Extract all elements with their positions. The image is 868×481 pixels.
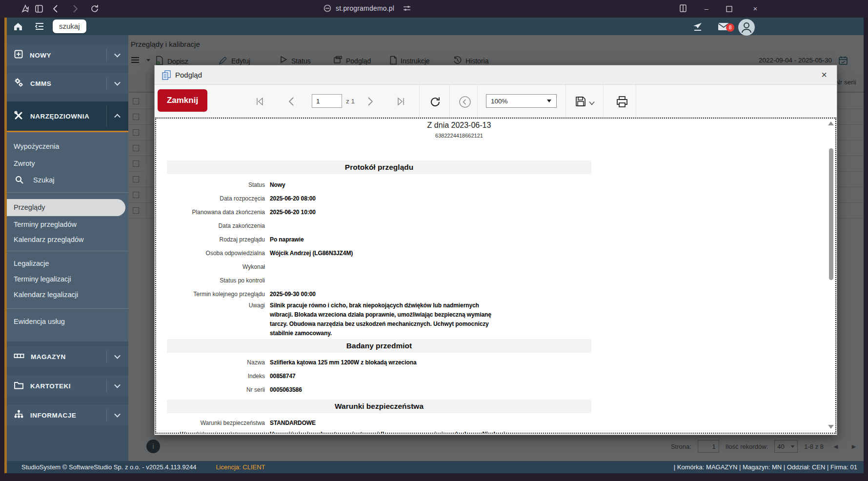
save-options-chevron-icon[interactable] bbox=[589, 99, 602, 111]
sidebar-item-szukaj[interactable]: Szukaj bbox=[7, 173, 128, 187]
sidebar-group-narzedziownia[interactable]: NARZĘDZIOWNIA bbox=[7, 101, 128, 132]
field-row: Warunki bezpieczeństwaSTANDARDOWE bbox=[156, 416, 835, 430]
scroll-up-icon[interactable] bbox=[828, 121, 834, 125]
close-window-button[interactable]: × bbox=[750, 4, 760, 14]
preview-document-icon bbox=[161, 70, 172, 82]
maximize-button[interactable] bbox=[724, 4, 734, 14]
field-row: Warunki bezpieczeństwa - uwagiUpewnić si… bbox=[156, 430, 835, 434]
sidebar: NOWY CMMS NARZĘDZIOWNIA Wypożyczenia Zwr… bbox=[7, 35, 128, 461]
zamknij-button[interactable]: Zamknij bbox=[158, 89, 207, 112]
sidebar-item-terminy-legalizacji[interactable]: Terminy legalizacji bbox=[7, 272, 128, 286]
product-version-text: StudioSystem © SoftwareStudio Sp. z o.o.… bbox=[21, 463, 196, 471]
previous-page-icon[interactable] bbox=[285, 95, 298, 108]
section-fields: NazwaSzlifierka kątowa 125 mm 1200W z bl… bbox=[156, 356, 835, 397]
print-icon[interactable] bbox=[615, 95, 628, 108]
url-text[interactable]: st.programdemo.pl bbox=[336, 4, 394, 12]
field-row: StatusNowy bbox=[156, 178, 835, 192]
folder-icon bbox=[14, 381, 24, 392]
scroll-down-icon[interactable] bbox=[828, 425, 834, 429]
search-tooltip: szukaj bbox=[53, 20, 86, 33]
field-row: Osoba odpowiedzialnaWójcik Andrzej (LG86… bbox=[156, 246, 835, 260]
sidebar-panel-icon[interactable] bbox=[678, 4, 688, 14]
user-avatar[interactable] bbox=[738, 19, 755, 36]
context-text: | Komórka: MAGAZYN | Magazyn: MN | Oddzi… bbox=[674, 463, 857, 471]
next-page-icon[interactable] bbox=[363, 95, 376, 108]
document-scrollbar-thumb[interactable] bbox=[829, 148, 833, 280]
field-row: Wykonał bbox=[156, 260, 835, 274]
back-circle-icon[interactable] bbox=[458, 95, 471, 108]
tracking-controls-icon[interactable] bbox=[403, 4, 412, 14]
sidebar-group-nowy[interactable]: NOWY bbox=[7, 45, 128, 65]
browser-logo-icon bbox=[20, 4, 30, 14]
field-row: Planowana data zkończenia2025-06-20 10:0… bbox=[156, 205, 835, 219]
home-icon[interactable] bbox=[13, 21, 23, 32]
sidebar-item-wypozyczenia[interactable]: Wypożyczenia bbox=[7, 140, 128, 153]
close-icon[interactable]: × bbox=[818, 69, 830, 80]
gears-icon bbox=[14, 78, 24, 90]
back-icon[interactable] bbox=[51, 4, 61, 14]
section-title: Badany przedmiot bbox=[167, 339, 591, 353]
tools-icon bbox=[14, 110, 24, 122]
chevron-up-icon bbox=[114, 114, 121, 120]
sidebar-item-przeglady[interactable]: Przeglądy bbox=[7, 199, 125, 216]
refresh-icon[interactable] bbox=[429, 95, 442, 108]
chevron-down-icon bbox=[546, 99, 552, 103]
warehouse-rack-icon bbox=[14, 351, 24, 362]
sidebar-item-kalendarz-legalizacji[interactable]: Kalendarz legalizacji bbox=[7, 288, 128, 301]
send-icon[interactable] bbox=[692, 21, 703, 32]
minimize-button[interactable]: – bbox=[702, 4, 711, 14]
browser-titlebar: st.programdemo.pl – × bbox=[0, 0, 868, 18]
sidebar-group-informacje[interactable]: INFORMACJE bbox=[7, 405, 128, 425]
plus-square-icon bbox=[14, 49, 23, 61]
chevron-down-icon bbox=[114, 51, 121, 58]
collapse-menu-icon[interactable] bbox=[34, 21, 45, 32]
chevron-down-icon bbox=[114, 382, 121, 388]
mail-badge: 8 bbox=[726, 23, 734, 32]
field-row: Nr serii0005063586 bbox=[156, 383, 835, 397]
field-row: Status po kontroli bbox=[156, 274, 835, 287]
site-info-icon[interactable] bbox=[323, 4, 333, 14]
sidebar-item-terminy-przegladow[interactable]: Terminy przegladów bbox=[7, 218, 128, 231]
field-row: UwagiSilnik pracuje równo i cicho, brak … bbox=[156, 301, 835, 338]
sidebar-item-kalendarz-przegladow[interactable]: Kalendarz przeglądów bbox=[7, 233, 128, 246]
modal-title: Podgląd bbox=[175, 71, 202, 79]
chevron-down-icon bbox=[114, 80, 121, 86]
field-row: Data rozpoczęcia2025-06-20 08:00 bbox=[156, 192, 835, 205]
narzedziownia-submenu: Wypożyczenia Zwroty Szukaj Przeglądy Ter… bbox=[7, 132, 128, 341]
sidebar-group-cmms[interactable]: CMMS bbox=[7, 73, 128, 94]
sidebar-group-kartoteki[interactable]: KARTOTEKI bbox=[7, 376, 128, 396]
forward-icon[interactable] bbox=[70, 4, 80, 14]
save-icon[interactable] bbox=[574, 95, 587, 108]
modal-page-input[interactable] bbox=[312, 94, 342, 108]
zoom-select[interactable]: 100% bbox=[486, 94, 557, 108]
sidebar-item-ewidencja-uslug[interactable]: Ewidencja usług bbox=[7, 315, 128, 328]
modal-toolbar: Zamknij z 1 bbox=[155, 85, 837, 118]
chevron-down-icon bbox=[114, 411, 121, 418]
first-page-icon[interactable] bbox=[253, 95, 266, 108]
sidebar-item-zwroty[interactable]: Zwroty bbox=[7, 157, 128, 170]
search-icon bbox=[15, 175, 24, 189]
sitemap-icon bbox=[14, 409, 24, 421]
app-window: st.programdemo.pl – × szukaj 8 bbox=[0, 0, 868, 481]
chevron-down-icon bbox=[114, 353, 121, 359]
document-date-line: Z dnia 2023-06-13 bbox=[156, 121, 762, 133]
page-total-text: z 1 bbox=[346, 98, 355, 105]
sidebar-item-legalizacje[interactable]: Legalizacje bbox=[7, 257, 128, 270]
license-text: Licencja: CLIENT bbox=[216, 463, 265, 471]
reload-icon[interactable] bbox=[90, 4, 100, 14]
tab-panel-icon[interactable] bbox=[34, 4, 44, 14]
status-bar: StudioSystem © SoftwareStudio Sp. z o.o.… bbox=[7, 461, 864, 473]
field-row: Rodzaj przegląduPo naprawie bbox=[156, 233, 835, 246]
field-row: Data zakończenia bbox=[156, 219, 835, 233]
app-header: szukaj 8 bbox=[7, 18, 864, 35]
section-fields: Warunki bezpieczeństwaSTANDARDOWE Warunk… bbox=[156, 416, 835, 434]
sidebar-group-magazyn[interactable]: MAGAZYN bbox=[7, 346, 128, 367]
section-title: Protokół przeglądu bbox=[167, 160, 591, 174]
section-title: Warunki bezpieczeństwa bbox=[167, 400, 591, 413]
field-row: NazwaSzlifierka kątowa 125 mm 1200W z bl… bbox=[156, 356, 835, 369]
field-row: Termin kolejnego przeglądu2025-09-30 00:… bbox=[156, 287, 835, 301]
last-page-icon[interactable] bbox=[395, 95, 407, 108]
document-preview: Z dnia 2023-06-13 6382224418662121 Proto… bbox=[155, 118, 836, 434]
document-number: 6382224418662121 bbox=[156, 133, 762, 140]
modal-header: Podgląd × bbox=[155, 65, 837, 85]
